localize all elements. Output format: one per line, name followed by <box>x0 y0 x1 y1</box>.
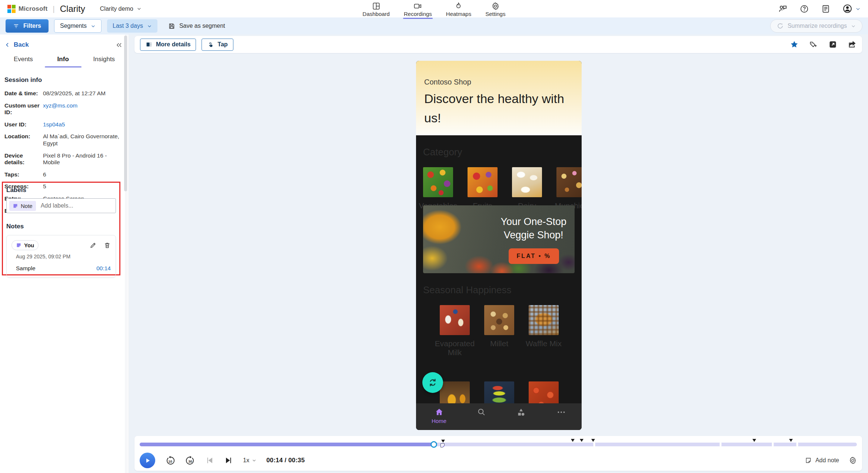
screen-break-marker <box>593 442 595 447</box>
shop-headline: Discover the healthy with us! <box>424 89 573 128</box>
tab-events[interactable]: Events <box>11 53 35 67</box>
nav-item-dashboard[interactable]: Dashboard <box>362 0 391 19</box>
labels-input-box[interactable]: Note <box>6 198 116 213</box>
back-button[interactable]: Back <box>14 41 29 49</box>
category-item[interactable]: Dairy <box>512 167 542 197</box>
previous-screen-button[interactable] <box>205 456 214 465</box>
category-item[interactable]: Fruits <box>468 167 498 197</box>
tap-event-marker[interactable] <box>580 439 583 442</box>
veggie-banner[interactable]: Your One-Stop Veggie Shop! FLAT • % <box>423 205 575 273</box>
category-item[interactable]: Vegetables <box>423 167 453 197</box>
phone-nav-search[interactable] <box>477 407 486 430</box>
delete-note-icon[interactable] <box>104 242 111 249</box>
viewer-toolbar: More details Tap <box>134 36 862 53</box>
nav-item-settings[interactable]: Settings <box>484 0 506 19</box>
nav-label: Heatmaps <box>446 11 471 17</box>
note-icon <box>16 242 21 248</box>
save-as-segment-button[interactable]: Save as segment <box>168 23 225 30</box>
favorite-star-icon[interactable] <box>790 40 799 49</box>
waffle-mix-image[interactable] <box>529 305 559 335</box>
skip-back-10-button[interactable]: 10 <box>165 456 175 466</box>
sidebar-scrollbar-thumb[interactable] <box>124 36 127 191</box>
nav-label: Recordings <box>404 11 432 17</box>
honey-jars-image[interactable] <box>440 381 470 403</box>
summarize-recordings-button[interactable]: Summarize recordings <box>770 19 862 33</box>
phone-nav-more[interactable] <box>556 407 566 430</box>
phone-nav-categories[interactable] <box>516 407 526 430</box>
date-range-dropdown[interactable]: Last 3 days <box>107 19 157 33</box>
user-id-link[interactable]: 1sp04a5 <box>43 121 65 128</box>
copilot-icon <box>777 23 784 29</box>
vegetables-image[interactable] <box>423 167 453 197</box>
feedback-icon[interactable] <box>778 4 788 14</box>
info-row-device: Device details:Pixel 8 Pro - Android 16 … <box>0 150 129 169</box>
nav-item-recordings[interactable]: Recordings <box>403 0 433 19</box>
nav-item-heatmaps[interactable]: Heatmaps <box>445 0 472 19</box>
microsoft-wordmark: Microsoft <box>19 5 47 13</box>
save-icon <box>168 23 175 30</box>
screen-break-marker <box>772 442 774 447</box>
home-label: Home <box>432 418 446 424</box>
tab-info[interactable]: Info <box>55 53 71 67</box>
filters-button[interactable]: Filters <box>6 19 49 33</box>
tap-filter-button[interactable]: Tap <box>202 39 233 51</box>
skip-forward-30-button[interactable]: 30 <box>185 456 195 466</box>
collapse-sidebar-icon[interactable] <box>116 42 123 49</box>
tap-event-marker[interactable] <box>752 439 756 442</box>
player-controls: 10 30 1x 00:14 / 00:35 Add note <box>140 450 857 471</box>
tap-event-marker[interactable] <box>591 439 595 442</box>
timeline-track[interactable] <box>140 443 857 446</box>
segments-dropdown[interactable]: Segments <box>54 19 102 33</box>
info-value: 08/29/2025, at 12:27 AM <box>43 90 106 97</box>
tap-event-marker[interactable] <box>571 439 575 442</box>
info-value: Pixel 8 Pro - Android 16 - Mobile <box>43 152 124 166</box>
evaporated-milk-image[interactable] <box>440 305 470 335</box>
tab-insights[interactable]: Insights <box>91 53 117 67</box>
seasonal-item[interactable]: Millet <box>484 305 514 335</box>
pepperoni-image[interactable] <box>529 381 559 403</box>
dairy-image[interactable] <box>512 167 542 197</box>
back-chevron-icon[interactable] <box>4 42 10 48</box>
popout-icon[interactable] <box>828 40 837 49</box>
next-screen-button[interactable] <box>224 456 233 465</box>
timeline-playhead[interactable] <box>430 441 437 448</box>
timeline-note-marker[interactable] <box>440 440 445 448</box>
add-note-button[interactable]: Add note <box>805 457 839 464</box>
note-timestamp-link[interactable]: 00:14 <box>96 265 111 272</box>
share-icon[interactable] <box>848 40 857 49</box>
tap-event-marker[interactable] <box>789 439 793 442</box>
label-chip-note[interactable]: Note <box>9 201 36 211</box>
note-actions <box>90 242 111 249</box>
session-info-title: Session info <box>0 67 129 87</box>
project-selector[interactable]: Clarity demo <box>100 6 142 12</box>
banner-cta-button[interactable]: FLAT • % <box>509 248 559 264</box>
note-card[interactable]: You Aug 29 2025, 09:02 PM Sample 00:14 <box>6 235 116 278</box>
sidebar-scrollbar[interactable] <box>125 34 128 473</box>
labels-icon[interactable] <box>809 40 818 49</box>
account-chevron-icon[interactable] <box>855 6 861 11</box>
category-item[interactable]: Munchies <box>556 167 582 197</box>
player-settings-icon[interactable] <box>849 456 857 464</box>
fruit-platter-image[interactable] <box>484 381 514 403</box>
note-body-row: Sample 00:14 <box>16 265 111 272</box>
refresh-fab[interactable] <box>422 372 443 393</box>
play-button[interactable] <box>140 453 155 468</box>
phone-screen: Contoso Shop Discover the healthy with u… <box>416 61 582 430</box>
millet-image[interactable] <box>484 305 514 335</box>
more-details-button[interactable]: More details <box>140 39 196 51</box>
account-avatar[interactable] <box>842 4 852 14</box>
edit-note-icon[interactable] <box>90 242 97 249</box>
svg-text:10: 10 <box>168 459 172 463</box>
playback-speed-dropdown[interactable]: 1x <box>243 457 256 464</box>
add-labels-input[interactable] <box>40 202 118 209</box>
release-notes-icon[interactable] <box>821 4 831 14</box>
custom-user-id-link[interactable]: xyz@ms.com <box>43 102 77 116</box>
tap-icon <box>207 41 214 48</box>
munchies-image[interactable] <box>556 167 582 197</box>
phone-nav-home[interactable]: Home <box>432 407 446 430</box>
fruits-image[interactable] <box>468 167 498 197</box>
help-icon[interactable] <box>799 4 809 14</box>
seasonal-item[interactable]: Evaporated Milk <box>440 305 470 335</box>
seasonal-item[interactable]: Waffle Mix <box>529 305 559 335</box>
shop-name: Contoso Shop <box>424 78 573 86</box>
